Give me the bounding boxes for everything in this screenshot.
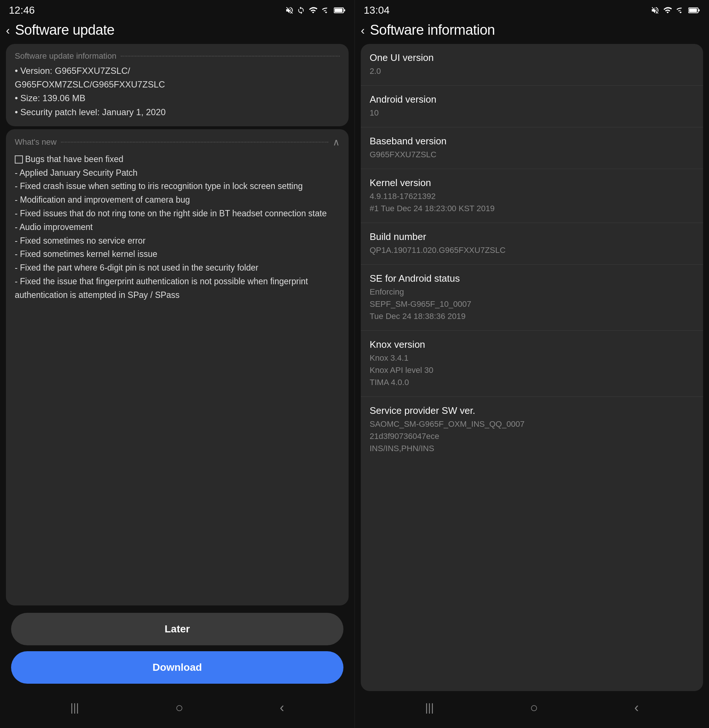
right-nav-menu-icon[interactable]: ||| <box>425 702 433 714</box>
left-time: 12:46 <box>9 4 35 16</box>
update-info-card: Software update information • Version: G… <box>6 44 349 126</box>
knox-label: Knox version <box>370 339 694 350</box>
baseband-label: Baseband version <box>370 135 694 147</box>
checkbox-icon <box>15 156 23 163</box>
sync-icon <box>297 6 305 15</box>
right-wifi-icon <box>662 6 673 15</box>
whats-new-title: What's new <box>15 137 57 147</box>
service-provider-value: SAOMC_SM-G965F_OXM_INS_QQ_000721d3f90736… <box>370 418 694 454</box>
nav-home-icon[interactable]: ○ <box>175 700 184 715</box>
one-ui-label: One UI version <box>370 52 694 64</box>
signal-icon <box>321 6 331 15</box>
baseband-value: G965FXXU7ZSLC <box>370 149 694 160</box>
whats-new-header: What's new ∧ <box>15 137 340 148</box>
right-time: 13:04 <box>364 4 390 16</box>
right-back-button[interactable]: ‹ <box>361 24 365 36</box>
right-nav-bar: ||| ○ ‹ <box>355 691 709 728</box>
dotted-divider <box>121 56 340 57</box>
right-status-icons <box>651 6 700 15</box>
info-row-kernel: Kernel version 4.9.118-17621392#1 Tue De… <box>361 169 703 223</box>
left-phone-panel: 12:46 ‹ <box>0 0 354 728</box>
one-ui-value: 2.0 <box>370 65 694 77</box>
knox-value: Knox 3.4.1Knox API level 30TIMA 4.0.0 <box>370 352 694 388</box>
update-info-text: • Version: G965FXXU7ZSLC/ G965FOXM7ZSLC/… <box>15 64 340 119</box>
left-page-title: Software update <box>15 22 114 38</box>
silent-icon <box>285 6 294 15</box>
whats-new-card: What's new ∧ Bugs that have been fixed -… <box>6 129 349 606</box>
android-value: 10 <box>370 107 694 119</box>
left-content-area: Software update information • Version: G… <box>0 44 354 606</box>
update-info-section-title: Software update information <box>15 51 340 61</box>
later-button[interactable]: Later <box>11 613 343 645</box>
battery-icon <box>334 6 346 15</box>
right-battery-icon <box>688 6 700 15</box>
svg-rect-1 <box>334 9 342 12</box>
left-back-button[interactable]: ‹ <box>6 24 10 36</box>
svg-rect-5 <box>698 9 699 11</box>
right-status-bar: 13:04 <box>355 0 709 19</box>
nav-menu-icon[interactable]: ||| <box>70 702 79 714</box>
se-android-label: SE for Android status <box>370 273 694 284</box>
left-status-icons <box>285 6 346 15</box>
collapse-icon[interactable]: ∧ <box>333 137 340 148</box>
service-provider-label: Service provider SW ver. <box>370 405 694 416</box>
info-row-baseband: Baseband version G965FXXU7ZSLC <box>361 127 703 169</box>
whats-new-text: Bugs that have been fixed - Applied Janu… <box>15 153 340 302</box>
software-info-card: One UI version 2.0 Android version 10 Ba… <box>361 44 703 691</box>
svg-rect-4 <box>689 9 697 12</box>
nav-back-icon[interactable]: ‹ <box>280 700 284 715</box>
info-row-knox: Knox version Knox 3.4.1Knox API level 30… <box>361 331 703 397</box>
right-page-title: Software information <box>370 22 495 38</box>
dotted-divider-2 <box>61 142 328 143</box>
right-nav-back-icon[interactable]: ‹ <box>635 700 639 715</box>
se-android-value: EnforcingSEPF_SM-G965F_10_0007Tue Dec 24… <box>370 286 694 322</box>
build-value: QP1A.190711.020.G965FXXU7ZSLC <box>370 244 694 256</box>
right-signal-icon <box>676 6 686 15</box>
info-row-build: Build number QP1A.190711.020.G965FXXU7ZS… <box>361 223 703 265</box>
right-phone-panel: 13:04 ‹ Software information One UI vers… <box>354 0 709 728</box>
download-button[interactable]: Download <box>11 651 343 684</box>
svg-rect-2 <box>344 9 345 11</box>
info-row-service-provider: Service provider SW ver. SAOMC_SM-G965F_… <box>361 397 703 463</box>
left-page-header: ‹ Software update <box>0 19 354 44</box>
build-label: Build number <box>370 231 694 243</box>
kernel-label: Kernel version <box>370 177 694 189</box>
right-page-header: ‹ Software information <box>355 19 709 44</box>
info-row-se-android: SE for Android status EnforcingSEPF_SM-G… <box>361 265 703 331</box>
bottom-buttons-area: Later Download <box>0 606 354 691</box>
left-status-bar: 12:46 <box>0 0 354 19</box>
wifi-icon <box>308 6 318 15</box>
right-nav-home-icon[interactable]: ○ <box>530 700 538 715</box>
right-silent-icon <box>651 6 659 15</box>
info-row-one-ui: One UI version 2.0 <box>361 44 703 86</box>
left-nav-bar: ||| ○ ‹ <box>0 691 354 728</box>
info-row-android: Android version 10 <box>361 86 703 127</box>
kernel-value: 4.9.118-17621392#1 Tue Dec 24 18:23:00 K… <box>370 190 694 214</box>
android-label: Android version <box>370 94 694 105</box>
